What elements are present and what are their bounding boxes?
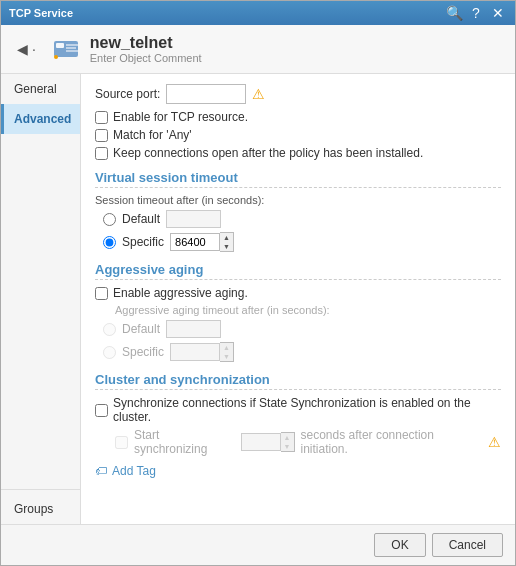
object-name: new_telnet <box>90 34 202 52</box>
aging-specific-row: Specific ▲ ▼ <box>103 342 501 362</box>
aging-specific-spinner: ▲ ▼ <box>170 342 234 362</box>
content-area: Source port: ⚠ Enable for TCP resource. … <box>81 74 515 524</box>
header-area: ◀ · new_telnet Enter Object Comment <box>1 25 515 74</box>
session-specific-row: Specific ▲ ▼ <box>103 232 501 252</box>
sync-connections-row: Synchronize connections if State Synchro… <box>95 396 501 424</box>
session-default-row: Default 3600 <box>103 210 501 228</box>
add-tag-icon: 🏷 <box>95 464 107 478</box>
aging-default-label: Default <box>122 322 160 336</box>
match-any-checkbox[interactable] <box>95 129 108 142</box>
sync-warning-icon: ⚠ <box>488 434 501 450</box>
session-specific-down-button[interactable]: ▼ <box>220 242 233 251</box>
start-sync-spinner: ▲ ▼ <box>241 432 295 452</box>
enable-aggressive-aging-row: Enable aggressive aging. <box>95 286 501 300</box>
aging-default-value: 600 <box>166 320 221 338</box>
tcp-service-icon <box>50 33 82 65</box>
aggressive-aging-section: Enable aggressive aging. Aggressive agin… <box>95 286 501 362</box>
session-default-label[interactable]: Default <box>122 212 160 226</box>
start-sync-row: Start synchronizing ▲ ▼ seconds after co… <box>115 428 501 456</box>
keep-connections-row: Keep connections open after the policy h… <box>95 146 501 160</box>
start-sync-up-button: ▲ <box>281 433 294 442</box>
aging-timeout-label: Aggressive aging timeout after (in secon… <box>115 304 501 316</box>
main-window: TCP Service 🔍 ? ✕ ◀ · new_telnet Enter O… <box>0 0 516 566</box>
sidebar-bottom: Groups <box>1 485 80 524</box>
search-button[interactable]: 🔍 <box>445 4 463 22</box>
match-any-row: Match for 'Any' <box>95 128 501 142</box>
enable-tcp-label[interactable]: Enable for TCP resource. <box>113 110 248 124</box>
sidebar-separator <box>1 489 80 490</box>
start-sync-down-button: ▼ <box>281 442 294 451</box>
session-specific-value[interactable] <box>170 233 220 251</box>
enable-aggressive-aging-label[interactable]: Enable aggressive aging. <box>113 286 248 300</box>
session-specific-label[interactable]: Specific <box>122 235 164 249</box>
add-tag-row[interactable]: 🏷 Add Tag <box>95 464 501 478</box>
close-button[interactable]: ✕ <box>489 4 507 22</box>
sidebar: General Advanced Groups <box>1 74 81 524</box>
session-default-value: 3600 <box>166 210 221 228</box>
virtual-session-title: Virtual session timeout <box>95 170 501 188</box>
svg-rect-1 <box>56 43 64 48</box>
title-bar: TCP Service 🔍 ? ✕ <box>1 1 515 25</box>
session-specific-spinner: ▲ ▼ <box>170 232 234 252</box>
session-specific-spinner-buttons: ▲ ▼ <box>220 232 234 252</box>
aging-specific-down-button: ▼ <box>220 352 233 361</box>
aging-specific-up-button: ▲ <box>220 343 233 352</box>
aggressive-aging-title: Aggressive aging <box>95 262 501 280</box>
session-default-radio[interactable] <box>103 213 116 226</box>
session-timeout-label: Session timeout after (in seconds): <box>95 194 501 206</box>
aging-specific-label: Specific <box>122 345 164 359</box>
aging-specific-value <box>170 343 220 361</box>
cluster-sync-title: Cluster and synchronization <box>95 372 501 390</box>
keep-connections-checkbox[interactable] <box>95 147 108 160</box>
source-port-warning-icon: ⚠ <box>252 86 265 102</box>
keep-connections-label[interactable]: Keep connections open after the policy h… <box>113 146 423 160</box>
ok-button[interactable]: OK <box>374 533 425 557</box>
start-sync-spinner-buttons: ▲ ▼ <box>281 432 295 452</box>
enable-tcp-row: Enable for TCP resource. <box>95 110 501 124</box>
start-sync-checkbox <box>115 436 128 449</box>
enable-tcp-checkbox[interactable] <box>95 111 108 124</box>
add-tag-label: Add Tag <box>112 464 156 478</box>
seconds-after-label: seconds after connection initiation. <box>301 428 482 456</box>
session-specific-up-button[interactable]: ▲ <box>220 233 233 242</box>
svg-point-5 <box>54 55 58 59</box>
session-specific-radio[interactable] <box>103 236 116 249</box>
title-bar-buttons: 🔍 ? ✕ <box>445 4 507 22</box>
help-button[interactable]: ? <box>467 4 485 22</box>
back-button[interactable]: ◀ · <box>13 39 40 59</box>
start-sync-label: Start synchronizing <box>134 428 235 456</box>
aging-specific-radio <box>103 346 116 359</box>
sidebar-item-advanced[interactable]: Advanced <box>1 104 80 134</box>
match-any-label[interactable]: Match for 'Any' <box>113 128 192 142</box>
main-content: General Advanced Groups Source port: ⚠ <box>1 74 515 524</box>
aging-default-row: Default 600 <box>103 320 501 338</box>
object-comment: Enter Object Comment <box>90 52 202 64</box>
footer: OK Cancel <box>1 524 515 565</box>
source-port-input[interactable] <box>166 84 246 104</box>
header-text: new_telnet Enter Object Comment <box>90 34 202 64</box>
aging-default-radio <box>103 323 116 336</box>
sidebar-item-groups[interactable]: Groups <box>1 494 80 524</box>
aging-spinner-buttons: ▲ ▼ <box>220 342 234 362</box>
source-port-label: Source port: <box>95 87 160 101</box>
start-sync-value <box>241 433 281 451</box>
source-port-row: Source port: ⚠ <box>95 84 501 104</box>
sync-connections-checkbox[interactable] <box>95 404 108 417</box>
sidebar-item-general[interactable]: General <box>1 74 80 104</box>
cluster-sync-section: Synchronize connections if State Synchro… <box>95 396 501 456</box>
sync-connections-label[interactable]: Synchronize connections if State Synchro… <box>113 396 501 424</box>
window-title: TCP Service <box>9 7 73 19</box>
enable-aggressive-aging-checkbox[interactable] <box>95 287 108 300</box>
cancel-button[interactable]: Cancel <box>432 533 503 557</box>
